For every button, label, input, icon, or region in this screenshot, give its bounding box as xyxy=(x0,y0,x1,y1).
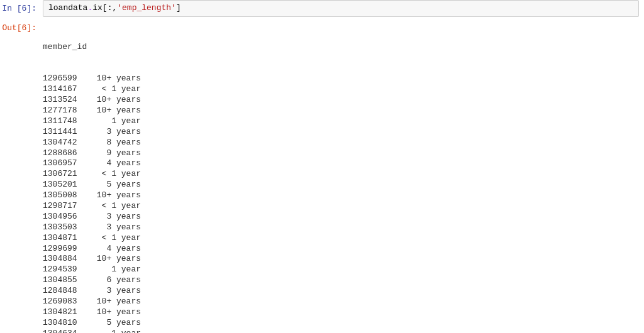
output-row: 1304956 3 years xyxy=(43,212,644,222)
output-row: 1277178 10+ years xyxy=(43,106,644,116)
code-method: ix xyxy=(92,3,103,13)
output-row: 1304821 10+ years xyxy=(43,307,644,318)
code-open-bracket: [:, xyxy=(103,3,117,13)
output-row: 1304742 8 years xyxy=(43,138,644,148)
output-row: 1284848 3 years xyxy=(43,286,644,297)
output-row: 1313524 10+ years xyxy=(43,95,644,106)
output-row: 1299699 4 years xyxy=(43,244,644,254)
output-row: 1294539 1 year xyxy=(43,265,644,275)
code-close-bracket: ] xyxy=(176,3,181,13)
output-row: 1306957 4 years xyxy=(43,158,644,169)
input-cell: In [6]: loandata.ix[:,'emp_length'] xyxy=(0,0,644,17)
code-input-area[interactable]: loandata.ix[:,'emp_length'] xyxy=(43,0,639,17)
output-row: 1296599 10+ years xyxy=(43,74,644,84)
output-row: 1298717 < 1 year xyxy=(43,201,644,212)
output-prompt: Out[6]: xyxy=(0,19,43,34)
output-row: 1304884 10+ years xyxy=(43,254,644,265)
output-row: 1314167 < 1 year xyxy=(43,84,644,95)
output-row: 1303503 3 years xyxy=(43,222,644,233)
output-row: 1288686 9 years xyxy=(43,148,644,159)
code-line: loandata.ix[:,'emp_length'] xyxy=(48,3,633,14)
output-row: 1305201 5 years xyxy=(43,180,644,190)
output-row: 1304810 5 years xyxy=(43,318,644,329)
output-rows-container: 1296599 10+ years1314167 < 1 year1313524… xyxy=(43,74,644,333)
output-row: 1304634 1 year xyxy=(43,329,644,333)
output-row: 1306721 < 1 year xyxy=(43,169,644,180)
output-row: 1304855 6 years xyxy=(43,275,644,286)
output-row: 1311441 3 years xyxy=(43,127,644,138)
output-row: 1304871 < 1 year xyxy=(43,233,644,244)
output-area: member_id 1296599 10+ years1314167 < 1 y… xyxy=(43,19,644,333)
output-row: 1269083 10+ years xyxy=(43,297,644,307)
output-cell: Out[6]: member_id 1296599 10+ years13141… xyxy=(0,19,644,333)
output-row: 1311748 1 year xyxy=(43,116,644,127)
output-row: 1305008 10+ years xyxy=(43,190,644,201)
input-prompt: In [6]: xyxy=(0,0,43,14)
code-variable: loandata xyxy=(48,3,87,13)
code-string: 'emp_length' xyxy=(117,3,176,13)
output-header: member_id xyxy=(43,42,644,53)
